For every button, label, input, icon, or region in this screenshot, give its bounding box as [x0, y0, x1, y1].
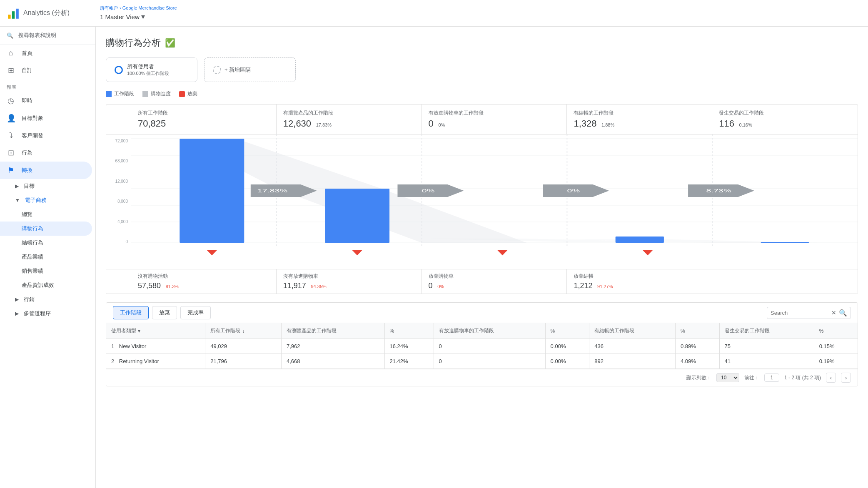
- cell-transactions-1: 75: [719, 339, 814, 354]
- rows-select[interactable]: 10 25 50 100: [716, 373, 739, 382]
- sidebar-shopping-label: 購物行為: [22, 225, 43, 232]
- add-segment-button[interactable]: + 新增區隔: [204, 57, 296, 82]
- funnel-stage-browsed-value-row: 12,630 17.83%: [283, 118, 415, 129]
- sidebar-sub-item-checkout[interactable]: 結帳行為: [0, 236, 95, 250]
- add-segment-label: + 新增區隔: [224, 66, 251, 74]
- svg-text:▼: ▼: [639, 247, 656, 257]
- sidebar-sub-item-overview[interactable]: 總覽: [0, 207, 95, 222]
- realtime-icon: ◷: [7, 96, 15, 105]
- chevron-right-icon: ▶: [15, 183, 19, 189]
- drop-value-row-3: 1,212 91.27%: [574, 281, 705, 290]
- cell-browsed-2: 4,668: [281, 354, 384, 369]
- svg-rect-18: [325, 189, 389, 243]
- svg-rect-0: [8, 15, 10, 19]
- data-table: 使用者類型 ▾ 所有工作階段 ↓ 有瀏覽產品的工作階段 %: [106, 323, 858, 369]
- cell-transactions-2: 41: [719, 354, 814, 369]
- legend-abandon-icon: [179, 91, 185, 97]
- col-transactions-pct-label: %: [819, 328, 824, 334]
- col-transactions-label: 發生交易的工作階段: [725, 328, 770, 334]
- y-4000: 4,000: [117, 219, 128, 224]
- page-input[interactable]: [764, 373, 779, 382]
- sidebar-item-behavior[interactable]: ⊡ 行為: [0, 144, 95, 162]
- cell-cart-2: 0: [434, 354, 545, 369]
- cell-cart-pct-1: 0.00%: [545, 339, 589, 354]
- sidebar-conversion-label: 轉換: [22, 167, 32, 174]
- col-cart-header: 有放進購物車的工作階段: [434, 323, 545, 339]
- drop-label-2: 放棄購物車: [429, 273, 560, 280]
- sidebar-item-realtime[interactable]: ◷ 即時: [0, 92, 95, 110]
- view-selector[interactable]: 1 Master View ▾: [100, 12, 177, 21]
- cell-checkout-1: 436: [589, 339, 676, 354]
- prev-page-button[interactable]: ‹: [826, 373, 836, 383]
- tab-abandon[interactable]: 放棄: [152, 306, 177, 319]
- row2-num: 2: [111, 358, 114, 364]
- header-right: 所有帳戶 › Google Merchandise Store 1 Master…: [100, 5, 177, 21]
- svg-text:17.83%: 17.83%: [257, 188, 287, 193]
- legend-session-label: 工作階段: [114, 90, 134, 97]
- custom-icon: ⊞: [7, 66, 15, 75]
- svg-rect-1: [12, 11, 15, 19]
- sidebar-item-marketing[interactable]: ▶ 行銷: [0, 292, 95, 306]
- tab-sessions[interactable]: 工作階段: [113, 306, 149, 319]
- drop-pct-1: 94.35%: [311, 284, 326, 289]
- cell-all-sessions-1: 49,029: [205, 339, 282, 354]
- sidebar-sub-item-product-info[interactable]: 產品資訊成效: [0, 278, 95, 292]
- sidebar-item-multichannel[interactable]: ▶ 多管道程序: [0, 306, 95, 321]
- legend-progress-icon: [142, 91, 148, 97]
- view-label: 1 Master View: [100, 13, 140, 20]
- sidebar-ecommerce-label: 電子商務: [25, 197, 47, 204]
- segments-row: 所有使用者 100.00% 個工作階段 + 新增區隔: [106, 57, 858, 82]
- sidebar-marketing-label: 行銷: [24, 296, 35, 303]
- sidebar-item-acquisition[interactable]: ⤵ 客戶開發: [0, 127, 95, 144]
- search-input[interactable]: [771, 310, 829, 316]
- sidebar-item-goals[interactable]: ▶ 目標: [0, 179, 95, 193]
- drop-value-0: 57,580: [138, 281, 161, 290]
- legend-abandon: 放棄: [179, 90, 197, 97]
- chevron-down-ecommerce-icon: ▼: [15, 197, 20, 203]
- sidebar-item-custom[interactable]: ⊞ 自訂: [0, 62, 95, 79]
- sidebar-checkout-label: 結帳行為: [22, 239, 43, 246]
- sidebar-multichannel-label: 多管道程序: [24, 310, 51, 317]
- chevron-right-multichannel-icon: ▶: [15, 311, 19, 316]
- sidebar-item-home[interactable]: ⌂ 首頁: [0, 45, 95, 62]
- sidebar-item-ecommerce[interactable]: ▼ 電子商務: [0, 193, 95, 207]
- page-title: 購物行為分析: [106, 37, 161, 49]
- search-clear-icon[interactable]: ✕: [831, 309, 836, 316]
- cell-browsed-pct-2: 21.42%: [384, 354, 434, 369]
- svg-text:▼: ▼: [494, 247, 511, 257]
- sidebar-product-info-label: 產品資訊成效: [22, 281, 54, 289]
- sidebar-overview-label: 總覽: [22, 211, 32, 218]
- goto-label: 前往：: [744, 374, 759, 381]
- sidebar-search-label: 搜尋報表和說明: [18, 32, 56, 39]
- sidebar-behavior-label: 行為: [22, 149, 32, 157]
- breadcrumb-part1[interactable]: 所有帳戶: [100, 5, 118, 10]
- svg-text:▼: ▼: [203, 247, 221, 257]
- next-page-button[interactable]: ›: [841, 373, 851, 383]
- svg-rect-2: [16, 8, 18, 18]
- sidebar-sub-item-sales-perf[interactable]: 銷售業績: [0, 264, 95, 278]
- search-box: ✕ 🔍: [767, 307, 851, 319]
- sidebar-search[interactable]: 🔍 搜尋報表和說明: [0, 27, 95, 45]
- sidebar-custom-label: 自訂: [22, 67, 32, 74]
- sidebar-sub-item-product-perf[interactable]: 產品業績: [0, 250, 95, 264]
- breadcrumb-part2[interactable]: Google Merchandise Store: [122, 5, 177, 10]
- drop-label-3: 放棄結帳: [574, 273, 705, 280]
- funnel-stage-all: 所有工作階段 70,825: [131, 105, 277, 134]
- table-row: 2 Returning Visitor 21,796 4,668 21.42% …: [106, 354, 858, 369]
- funnel-stage-browsed: 有瀏覽產品的工作階段 12,630 17.83%: [277, 105, 422, 134]
- segment-all-users[interactable]: 所有使用者 100.00% 個工作階段: [106, 57, 197, 82]
- sidebar: 🔍 搜尋報表和說明 ⌂ 首頁 ⊞ 自訂 報表 ◷ 即時 👤 目標對象 ⤵ 客戶開…: [0, 27, 96, 488]
- col-user-type-chevron-icon[interactable]: ▾: [138, 328, 140, 334]
- sidebar-sub-item-shopping[interactable]: 購物行為: [0, 222, 92, 236]
- cell-user-type-2: 2 Returning Visitor: [106, 354, 205, 369]
- sidebar-section-reports: 報表: [0, 79, 95, 92]
- tab-completion[interactable]: 完成率: [180, 306, 211, 319]
- y-0: 0: [125, 239, 128, 244]
- table-header-row: 使用者類型 ▾ 所有工作階段 ↓ 有瀏覽產品的工作階段 %: [106, 323, 858, 339]
- sidebar-item-audience[interactable]: 👤 目標對象: [0, 110, 95, 127]
- y-68000: 68,000: [115, 159, 128, 163]
- col-all-sessions-sort-icon[interactable]: ↓: [242, 328, 244, 334]
- col-cart-pct-header: %: [545, 323, 589, 339]
- sidebar-item-conversion[interactable]: ⚑ 轉換: [0, 162, 92, 179]
- search-submit-icon[interactable]: 🔍: [839, 309, 847, 317]
